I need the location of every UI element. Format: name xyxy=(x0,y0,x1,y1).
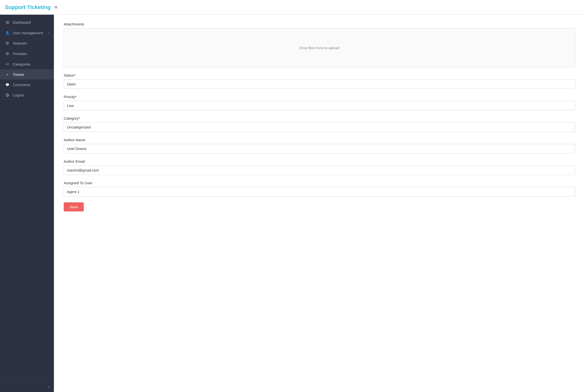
main-layout: Dashboard User management ‹ Statuses Pri… xyxy=(0,15,585,392)
priority-section: Priority* Low Medium High xyxy=(64,95,575,110)
comments-icon xyxy=(5,82,10,87)
sidebar: Dashboard User management ‹ Statuses Pri… xyxy=(0,15,54,392)
category-select[interactable]: Uncategorized General Technical xyxy=(64,122,575,132)
attachments-label: Attachments xyxy=(64,22,575,26)
drop-zone-text: Drop files here to upload xyxy=(299,46,339,50)
category-section: Category* Uncategorized General Technica… xyxy=(64,116,575,132)
sidebar-item-tickets[interactable]: Tickets xyxy=(0,69,54,80)
statuses-icon xyxy=(5,41,10,46)
priority-select[interactable]: Low Medium High xyxy=(64,101,575,110)
chevron-icon: ‹ xyxy=(48,31,49,34)
status-select[interactable]: Open Closed Pending xyxy=(64,79,575,89)
sidebar-item-comments[interactable]: Comments xyxy=(0,80,54,90)
sidebar-label-tickets: Tickets xyxy=(13,72,24,76)
sidebar-label-priorities: Priorities xyxy=(13,52,27,56)
assigned-to-select[interactable]: Agent 1 Agent 2 Agent 3 xyxy=(64,187,575,196)
author-email-input[interactable] xyxy=(64,166,575,175)
drop-zone[interactable]: Drop files here to upload xyxy=(64,28,575,67)
status-label: Status* xyxy=(64,73,575,77)
status-section: Status* Open Closed Pending xyxy=(64,73,575,89)
category-label: Category* xyxy=(64,116,575,120)
author-name-section: Author Name xyxy=(64,138,575,154)
assigned-to-label: Assigned To User xyxy=(64,181,575,185)
attachments-section: Attachments Drop files here to upload xyxy=(64,22,575,67)
sidebar-item-logout[interactable]: Logout xyxy=(0,90,54,100)
sidebar-collapse-button[interactable]: ‹ xyxy=(0,382,54,392)
sidebar-label-statuses: Statuses xyxy=(13,41,27,45)
app-title: Support Ticketing xyxy=(5,4,51,10)
sidebar-label-dashboard: Dashboard xyxy=(13,20,31,24)
author-name-input[interactable] xyxy=(64,144,575,154)
priorities-icon xyxy=(5,52,10,56)
logout-icon xyxy=(5,93,10,97)
sidebar-label-logout: Logout xyxy=(13,93,24,97)
sidebar-item-user-management[interactable]: User management ‹ xyxy=(0,28,54,38)
dashboard-icon xyxy=(5,20,10,25)
sidebar-item-statuses[interactable]: Statuses xyxy=(0,38,54,48)
users-icon xyxy=(5,30,10,35)
priority-label: Priority* xyxy=(64,95,575,99)
top-header: Support Ticketing ≡ xyxy=(0,0,585,15)
sidebar-item-priorities[interactable]: Priorities xyxy=(0,48,54,59)
sidebar-item-dashboard[interactable]: Dashboard xyxy=(0,17,54,28)
sidebar-item-categories[interactable]: Categories xyxy=(0,59,54,69)
sidebar-nav: Dashboard User management ‹ Statuses Pri… xyxy=(0,15,54,382)
author-name-label: Author Name xyxy=(64,138,575,142)
categories-icon xyxy=(5,62,10,66)
author-email-label: Author Email xyxy=(64,159,575,164)
tickets-icon xyxy=(5,72,10,76)
collapse-icon: ‹ xyxy=(48,385,49,389)
sidebar-label-comments: Comments xyxy=(13,83,31,87)
author-email-section: Author Email xyxy=(64,159,575,175)
menu-icon[interactable]: ≡ xyxy=(55,4,58,10)
sidebar-label-categories: Categories xyxy=(13,62,31,66)
content-area: Attachments Drop files here to upload St… xyxy=(54,15,585,392)
save-button[interactable]: Save xyxy=(64,202,84,212)
save-section: Save xyxy=(64,202,575,212)
form-container: Attachments Drop files here to upload St… xyxy=(54,15,585,392)
sidebar-label-user-management: User management xyxy=(13,31,43,35)
assigned-to-section: Assigned To User Agent 1 Agent 2 Agent 3 xyxy=(64,181,575,196)
